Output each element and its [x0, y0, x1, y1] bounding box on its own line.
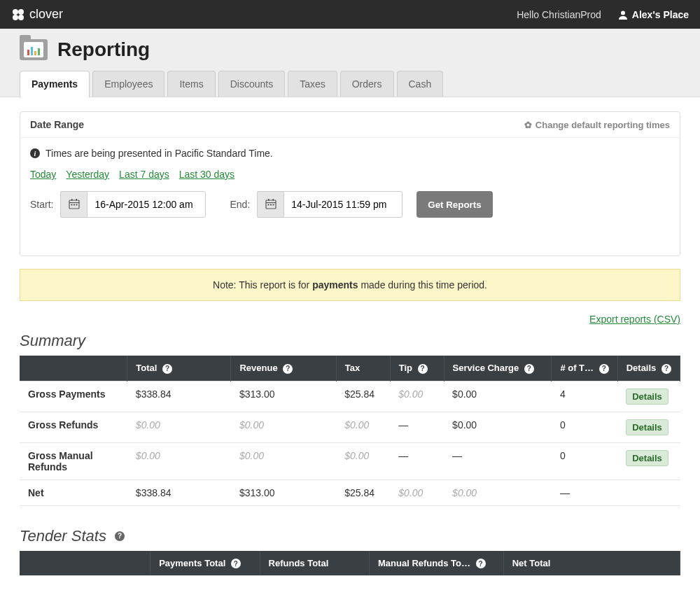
column-header: [20, 356, 127, 381]
cell: —: [390, 442, 444, 479]
quick-link-last-7-days[interactable]: Last 7 days: [119, 169, 169, 180]
export-csv-link[interactable]: Export reports (CSV): [589, 314, 680, 325]
cell: $0.00: [336, 442, 390, 479]
end-label: End:: [230, 199, 250, 210]
svg-rect-17: [270, 204, 272, 205]
start-label: Start:: [30, 199, 53, 210]
svg-point-1: [18, 9, 24, 15]
cell: $0.00: [127, 442, 231, 479]
cell: $0.00: [231, 412, 336, 442]
row-label: Gross Refunds: [20, 412, 127, 442]
change-default-times-link[interactable]: ✿ Change default reporting times: [524, 120, 670, 130]
tab-discounts[interactable]: Discounts: [218, 71, 285, 97]
brand-text: clover: [29, 7, 63, 22]
brand[interactable]: clover: [11, 7, 63, 22]
get-reports-button[interactable]: Get Reports: [416, 191, 492, 218]
tab-payments[interactable]: Payments: [20, 71, 90, 97]
help-icon[interactable]: ?: [418, 364, 428, 374]
hello-user-text: Hello ChristianProd: [517, 9, 601, 20]
report-scope-note: Note: This report is for payments made d…: [20, 269, 680, 301]
cell: $25.84: [336, 381, 390, 412]
table-row: Gross Payments$338.84$313.00$25.84$0.00$…: [20, 381, 680, 412]
tab-employees[interactable]: Employees: [92, 71, 164, 97]
quick-link-today[interactable]: Today: [30, 169, 56, 180]
row-label: Gross Manual Refunds: [20, 442, 127, 479]
quick-link-yesterday[interactable]: Yesterday: [66, 169, 109, 180]
tender-stats-section-title: Tender Stats ?: [20, 527, 680, 545]
help-icon[interactable]: ?: [231, 559, 241, 568]
merchant-name: Alex's Place: [632, 9, 689, 20]
tab-cash[interactable]: Cash: [397, 71, 444, 97]
svg-point-3: [18, 15, 24, 20]
cell: $313.00: [231, 381, 336, 412]
svg-point-2: [13, 15, 18, 20]
details-cell: Details: [617, 381, 680, 412]
timezone-note: i Times are being presented in Pacific S…: [30, 148, 670, 159]
cell: 0: [552, 412, 617, 442]
tender-stats-table: Payments Total ?Refunds TotalManual Refu…: [20, 551, 680, 576]
top-nav: clover Hello ChristianProd Alex's Place: [0, 0, 700, 29]
cell: 4: [552, 381, 617, 412]
help-icon[interactable]: ?: [599, 364, 609, 374]
sub-header: Reporting PaymentsEmployeesItemsDiscount…: [0, 29, 700, 97]
details-cell: [617, 479, 680, 505]
column-header: Tax: [336, 356, 390, 381]
details-button[interactable]: Details: [626, 450, 668, 466]
cell: $0.00: [444, 381, 552, 412]
row-label: Gross Payments: [20, 381, 127, 412]
help-icon[interactable]: ?: [524, 364, 534, 374]
svg-rect-7: [71, 199, 73, 201]
help-icon[interactable]: ?: [162, 364, 172, 374]
svg-rect-15: [272, 199, 274, 201]
date-range-panel: Date Range ✿ Change default reporting ti…: [20, 111, 680, 256]
page-title: Reporting: [57, 38, 150, 61]
end-calendar-button[interactable]: [257, 191, 284, 218]
date-range-heading: Date Range: [30, 119, 524, 130]
end-date-input[interactable]: [284, 191, 402, 218]
help-icon[interactable]: ?: [662, 364, 671, 374]
column-header: Payments Total ?: [150, 551, 260, 576]
tab-orders[interactable]: Orders: [340, 71, 394, 97]
start-date-input[interactable]: [87, 191, 206, 218]
column-header: Total ?: [127, 356, 231, 381]
merchant-selector[interactable]: Alex's Place: [618, 9, 689, 20]
tab-taxes[interactable]: Taxes: [288, 71, 337, 97]
cell: —: [444, 442, 552, 479]
start-calendar-button[interactable]: [60, 191, 87, 218]
calendar-icon: [265, 198, 276, 211]
cell: $0.00: [231, 442, 336, 479]
column-header: [20, 551, 150, 576]
reporting-folder-icon: [20, 39, 48, 60]
table-row: Gross Refunds$0.00$0.00$0.00—$0.000Detai…: [20, 412, 680, 442]
cell: —: [390, 412, 444, 442]
cell: $0.00: [444, 412, 552, 442]
help-icon[interactable]: ?: [283, 364, 293, 374]
summary-section-title: Summary: [20, 332, 680, 350]
gear-icon: ✿: [524, 120, 532, 130]
svg-rect-10: [74, 204, 75, 205]
details-cell: Details: [617, 442, 680, 479]
details-button[interactable]: Details: [626, 419, 668, 435]
column-header: Refunds Total: [260, 551, 369, 576]
column-header: Details ?: [617, 356, 680, 381]
cell: $338.84: [127, 381, 231, 412]
column-header: Net Total: [503, 551, 680, 576]
report-tabs: PaymentsEmployeesItemsDiscountsTaxesOrde…: [20, 71, 680, 97]
cell: —: [552, 479, 617, 505]
details-button[interactable]: Details: [626, 388, 668, 405]
cell: $0.00: [390, 381, 444, 412]
cell: $338.84: [127, 479, 231, 505]
column-header: Service Charge ?: [444, 356, 552, 381]
clover-logo-icon: [11, 8, 25, 22]
tab-items[interactable]: Items: [167, 71, 215, 97]
help-icon[interactable]: ?: [476, 559, 486, 568]
person-icon: [618, 10, 628, 20]
table-row: Net$338.84$313.00$25.84$0.00$0.00—: [20, 479, 680, 505]
row-label: Net: [20, 479, 127, 505]
calendar-icon: [69, 198, 80, 211]
cell: $313.00: [231, 479, 336, 505]
help-icon[interactable]: ?: [115, 531, 125, 541]
cell: $0.00: [390, 479, 444, 505]
quick-link-last-30-days[interactable]: Last 30 days: [179, 169, 234, 180]
cell: $0.00: [127, 412, 231, 442]
